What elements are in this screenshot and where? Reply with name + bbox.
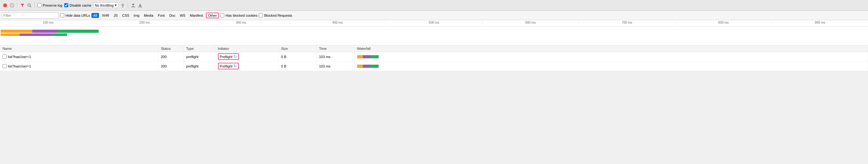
download-icon[interactable] bbox=[137, 3, 143, 8]
filter-btn-js[interactable]: JS bbox=[112, 13, 119, 18]
preflight-icon-1: ↻ bbox=[234, 54, 237, 59]
filter-btn-css[interactable]: CSS bbox=[121, 13, 131, 18]
wf-orange-2 bbox=[357, 65, 363, 68]
has-blocked-cookies-label[interactable]: Has blocked cookies bbox=[220, 13, 257, 17]
cell-time-2: 103 ms bbox=[316, 62, 354, 71]
disable-cache-text: Disable cache bbox=[70, 3, 91, 7]
filter-input[interactable] bbox=[2, 12, 59, 18]
cell-initiator-1: Preflight ↻ bbox=[215, 52, 278, 62]
hide-data-urls-label[interactable]: Hide data URLs bbox=[60, 13, 90, 17]
tick-300ms: 300 ms bbox=[193, 21, 289, 24]
blocked-requests-label[interactable]: Blocked Requests bbox=[259, 13, 292, 17]
cell-name-2: list?hasUser=1 bbox=[0, 62, 158, 71]
row-checkbox-2[interactable] bbox=[3, 64, 7, 68]
cell-status-2: 200 bbox=[158, 62, 183, 71]
cell-type-1: preflight bbox=[183, 52, 215, 62]
filter-btn-other[interactable]: Other bbox=[206, 13, 219, 18]
svg-point-0 bbox=[3, 3, 7, 7]
table-container: Name Status Type Initiator Size Time bbox=[0, 45, 868, 71]
svg-point-6 bbox=[122, 6, 123, 7]
table-row[interactable]: list?hasUser=1 200 preflight Preflight ↻ bbox=[0, 62, 868, 71]
tick-200ms: 200 ms bbox=[96, 21, 193, 24]
upload-icon[interactable] bbox=[131, 3, 136, 8]
has-blocked-cookies-text: Has blocked cookies bbox=[225, 13, 257, 17]
tick-500ms: 500 ms bbox=[385, 21, 482, 24]
filter-btn-all[interactable]: All bbox=[91, 13, 99, 18]
hide-data-urls-checkbox[interactable] bbox=[60, 13, 64, 17]
svg-line-2 bbox=[11, 4, 13, 6]
wf-purple-2 bbox=[363, 65, 370, 68]
throttle-dropdown-icon: ▾ bbox=[115, 3, 117, 7]
preserve-log-label[interactable]: Preserve log bbox=[37, 3, 62, 7]
col-header-size[interactable]: Size bbox=[278, 45, 316, 52]
wf-green-1 bbox=[370, 55, 379, 58]
wifi-icon[interactable] bbox=[120, 3, 125, 8]
table-row[interactable]: list?hasUser=1 200 preflight Preflight ↻ bbox=[0, 52, 868, 62]
bar-green-2 bbox=[51, 33, 67, 36]
throttle-label: No throttling bbox=[95, 3, 114, 7]
filter-btn-media[interactable]: Media bbox=[142, 13, 155, 18]
cell-name-1: list?hasUser=1 bbox=[0, 52, 158, 62]
cell-waterfall-2 bbox=[354, 62, 868, 71]
search-icon[interactable] bbox=[27, 3, 32, 8]
clear-icon[interactable] bbox=[9, 3, 14, 8]
timeline-area: 100 ms 200 ms 300 ms 400 ms 500 ms 600 m… bbox=[0, 20, 868, 45]
tick-600ms: 600 ms bbox=[482, 21, 579, 24]
wf-orange-1 bbox=[357, 55, 363, 58]
filter-btn-manifest[interactable]: Manifest bbox=[188, 13, 205, 18]
filter-icon[interactable] bbox=[20, 3, 25, 8]
table-header-row: Name Status Type Initiator Size Time bbox=[0, 45, 868, 52]
bar-orange bbox=[1, 30, 32, 33]
tick-900ms: 900 ms bbox=[772, 21, 868, 24]
bar-purple-2 bbox=[20, 33, 51, 36]
preserve-log-text: Preserve log bbox=[43, 3, 62, 7]
svg-marker-3 bbox=[21, 4, 24, 7]
col-header-name[interactable]: Name bbox=[0, 45, 158, 52]
svg-point-4 bbox=[28, 4, 30, 6]
col-header-type[interactable]: Type bbox=[183, 45, 215, 52]
bar-purple bbox=[32, 30, 58, 33]
blocked-requests-checkbox[interactable] bbox=[259, 13, 263, 17]
wf-purple-1 bbox=[363, 55, 370, 58]
has-blocked-cookies-checkbox[interactable] bbox=[220, 13, 224, 17]
filter-bar: Hide data URLs All XHR JS CSS Img Media … bbox=[0, 11, 868, 20]
stop-icon[interactable] bbox=[3, 3, 8, 8]
svg-rect-7 bbox=[131, 7, 135, 7]
filter-btn-img[interactable]: Img bbox=[132, 13, 141, 18]
blocked-requests-text: Blocked Requests bbox=[264, 13, 292, 17]
wf-green-2 bbox=[370, 65, 379, 68]
waterfall-bar-2 bbox=[357, 64, 865, 69]
cell-waterfall-1 bbox=[354, 52, 868, 62]
cell-status-1: 200 bbox=[158, 52, 183, 62]
separator-1 bbox=[17, 3, 18, 8]
col-header-status[interactable]: Status bbox=[158, 45, 183, 52]
cell-type-2: preflight bbox=[183, 62, 215, 71]
toolbar: Preserve log Disable cache No throttling… bbox=[0, 0, 868, 11]
bar-orange-2 bbox=[1, 33, 20, 36]
disable-cache-checkbox[interactable] bbox=[64, 3, 68, 7]
col-header-initiator[interactable]: Initiator bbox=[215, 45, 278, 52]
filter-btn-doc[interactable]: Doc bbox=[168, 13, 177, 18]
tick-400ms: 400 ms bbox=[289, 21, 385, 24]
tick-700ms: 700 ms bbox=[579, 21, 675, 24]
svg-line-5 bbox=[30, 6, 32, 7]
row-checkbox-1[interactable] bbox=[3, 54, 7, 59]
col-header-time[interactable]: Time bbox=[316, 45, 354, 52]
tick-100ms: 100 ms bbox=[0, 21, 96, 24]
initiator-badge-1: Preflight ↻ bbox=[218, 53, 239, 60]
filter-btn-font[interactable]: Font bbox=[156, 13, 166, 18]
disable-cache-label[interactable]: Disable cache bbox=[64, 3, 91, 7]
svg-rect-9 bbox=[138, 7, 142, 7]
separator-2 bbox=[34, 3, 35, 8]
cell-size-2: 0 B bbox=[278, 62, 316, 71]
filter-btn-ws[interactable]: WS bbox=[178, 13, 187, 18]
preserve-log-checkbox[interactable] bbox=[37, 3, 41, 7]
throttle-select[interactable]: No throttling ▾ bbox=[93, 3, 118, 8]
col-header-waterfall[interactable]: Waterfall bbox=[354, 45, 868, 52]
filter-btn-xhr[interactable]: XHR bbox=[100, 13, 111, 18]
cell-size-1: 0 B bbox=[278, 52, 316, 62]
network-table: Name Status Type Initiator Size Time bbox=[0, 45, 868, 71]
separator-3 bbox=[128, 3, 128, 8]
cell-initiator-2: Preflight ↻ bbox=[215, 62, 278, 71]
bar-green bbox=[58, 30, 99, 33]
